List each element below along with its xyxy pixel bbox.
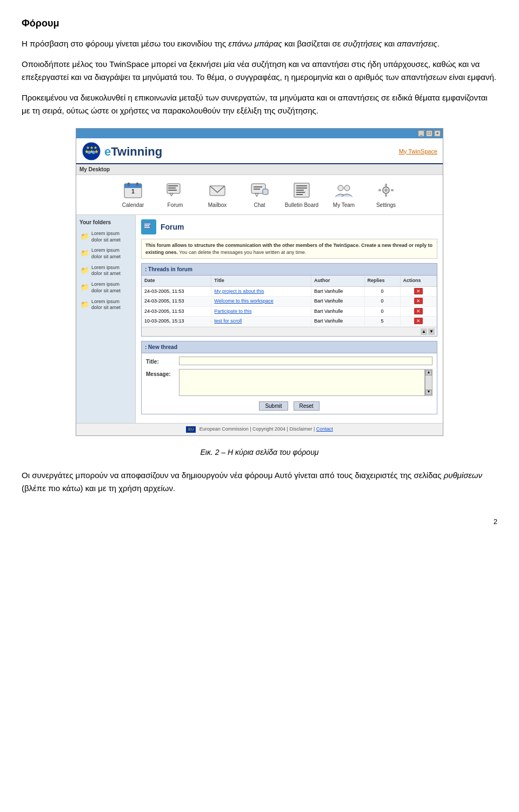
message-textarea[interactable] (179, 369, 425, 396)
threads-header-text: Threads in forum (148, 266, 192, 272)
thread-link-1[interactable]: Welcome to this workspace (214, 298, 273, 304)
threads-header: : Threads in forum (142, 264, 437, 276)
nav-item-settings[interactable]: Settings (365, 178, 407, 211)
minimize-button[interactable]: _ (418, 130, 424, 137)
sidebar-folder-1[interactable]: 📁 Lorem ipsum dolor sit amet (79, 230, 132, 244)
thread-actions-2: ✕ (400, 306, 436, 317)
nav-item-bulletin[interactable]: Bulletin Board (281, 178, 323, 211)
table-header-row: Date Title Author Replies Actions (142, 276, 437, 286)
maximize-button[interactable]: □ (426, 130, 432, 137)
delete-button-2[interactable]: ✕ (414, 308, 423, 314)
svg-point-29 (344, 185, 350, 191)
forum-header: Forum (141, 219, 437, 234)
forum-content-title: Forum (161, 222, 184, 233)
thread-date-3: 10-03-2005, 15:13 (142, 317, 211, 327)
closing-suffix: (βλέπε πιο κάτω) και με τη χρήση αρχείων… (22, 484, 175, 493)
closing-text: Οι συνεργάτες μπορούν να αποφασίζουν να … (22, 471, 444, 480)
app-header: ★★★ ★★★ eTwinning My TwinSpace (76, 138, 443, 164)
svg-rect-26 (296, 192, 305, 193)
thread-link-0[interactable]: My project is about this (214, 288, 264, 294)
nav-item-calendar[interactable]: 1 Calendar (112, 178, 154, 211)
svg-text:1: 1 (131, 188, 135, 194)
caption-italic: φόρουμ (292, 448, 318, 457)
reset-button[interactable]: Reset (294, 401, 320, 411)
p1-suffix3: . (437, 39, 440, 48)
nav-item-forum[interactable]: Forum (154, 178, 196, 211)
p1-text: Η πρόσβαση στο φόρουμ γίνεται μέσω του ε… (22, 39, 228, 48)
nav-item-mailbox[interactable]: Mailbox (196, 178, 238, 211)
mailbox-icon (207, 180, 228, 200)
textarea-scroll-down[interactable]: ▼ (425, 390, 432, 395)
caption-prefix: Εικ. 2 – Η κύρια σελίδα του (200, 448, 292, 457)
sidebar-folder-5[interactable]: 📁 Lorem ipsum dolor sit amet (79, 298, 132, 312)
textarea-scrollbar: ▲ ▼ (425, 369, 432, 396)
delete-button-1[interactable]: ✕ (414, 298, 423, 304)
nav-bar: My Desktop (76, 164, 443, 175)
svg-rect-18 (254, 186, 262, 187)
forum-nav-icon (164, 180, 186, 200)
delete-button-3[interactable]: ✕ (414, 318, 423, 324)
chat-icon (249, 180, 270, 200)
nav-label-mailbox: Mailbox (208, 201, 227, 209)
new-thread-section: : New thread Title: Message: ▲ (141, 341, 437, 415)
thread-replies-1: 0 (364, 297, 400, 307)
svg-point-4 (92, 151, 95, 154)
submit-button[interactable]: Submit (259, 401, 288, 411)
p1-suffix2: και (382, 39, 397, 48)
twinspace-link[interactable]: My TwinSpace (399, 147, 437, 156)
thread-link-3[interactable]: test for scroll (214, 318, 242, 324)
close-button[interactable]: × (434, 130, 441, 137)
forum-desc-normal: You can delete the messages you have wri… (178, 250, 306, 255)
col-actions: Actions (400, 276, 436, 286)
logo-area: ★★★ ★★★ eTwinning (82, 142, 162, 161)
nav-label-myteam: My Team (333, 201, 355, 209)
sidebar-folder-2[interactable]: 📁 Lorem ipsum dolor sit amet (79, 246, 132, 261)
thread-link-2[interactable]: Participate to this (214, 308, 251, 314)
logo-text: eTwinning (104, 143, 162, 160)
svg-rect-19 (254, 189, 260, 190)
etwinning-logo-icon: ★★★ ★★★ (82, 142, 101, 161)
svg-rect-10 (136, 183, 138, 186)
textarea-scroll-up[interactable]: ▲ (425, 370, 432, 375)
scroll-down-arrow[interactable]: ▼ (428, 328, 435, 335)
sidebar-folder-4[interactable]: 📁 Lorem ipsum dolor sit amet (79, 280, 132, 295)
col-author: Author (311, 276, 364, 286)
scroll-up-arrow[interactable]: ▲ (421, 328, 427, 335)
thread-title-0: My project is about this (211, 286, 311, 297)
svg-marker-20 (255, 193, 258, 197)
p1-italic: επάνω μπάρας (228, 39, 282, 48)
p1-italic3: απαντήσεις (397, 39, 437, 48)
nav-label-chat: Chat (254, 201, 265, 209)
svg-rect-35 (391, 189, 394, 191)
thread-replies-3: 5 (364, 317, 400, 327)
svg-text:★★★: ★★★ (86, 145, 97, 150)
thread-author-0: Bart Vanhulle (311, 286, 364, 297)
sidebar-folder-3[interactable]: 📁 Lorem ipsum dolor sit amet (79, 264, 132, 278)
svg-rect-14 (168, 190, 177, 191)
title-input[interactable] (179, 357, 432, 365)
folder-label-5: Lorem ipsum dolor sit amet (91, 299, 131, 311)
svg-rect-9 (128, 183, 130, 186)
nav-label-bulletin: Bulletin Board (283, 201, 321, 209)
nav-label-forum: Forum (168, 201, 183, 209)
closing-paragraph: Οι συνεργάτες μπορούν να αποφασίζουν να … (22, 469, 497, 495)
footer-contact-link[interactable]: Contact (316, 426, 333, 432)
svg-marker-40 (145, 229, 147, 231)
col-title: Title (211, 276, 311, 286)
thread-replies-0: 0 (364, 286, 400, 297)
nav-bar-label: My Desktop (79, 166, 110, 172)
col-replies: Replies (364, 276, 400, 286)
icon-nav: 1 Calendar Forum (76, 175, 443, 215)
nav-item-myteam[interactable]: My Team (323, 178, 365, 211)
folder-label-4: Lorem ipsum dolor sit amet (91, 281, 131, 294)
page-number: 2 (22, 516, 497, 527)
thread-actions-1: ✕ (400, 297, 436, 307)
nav-item-chat[interactable]: Chat (238, 178, 281, 211)
paragraph-2: Οποιοδήποτε μέλος του TwinSpace μπορεί ν… (22, 58, 497, 84)
paragraph-3: Προκειμένου να διευκολυνθεί η επικοινωνί… (22, 91, 497, 117)
new-thread-form: Title: Message: ▲ ▼ (142, 353, 437, 414)
delete-button-0[interactable]: ✕ (414, 288, 423, 294)
svg-rect-34 (378, 189, 381, 191)
app-footer: EU European Commission | Copyright 2004 … (76, 423, 443, 435)
main-layout: Your folders 📁 Lorem ipsum dolor sit ame… (76, 215, 443, 423)
